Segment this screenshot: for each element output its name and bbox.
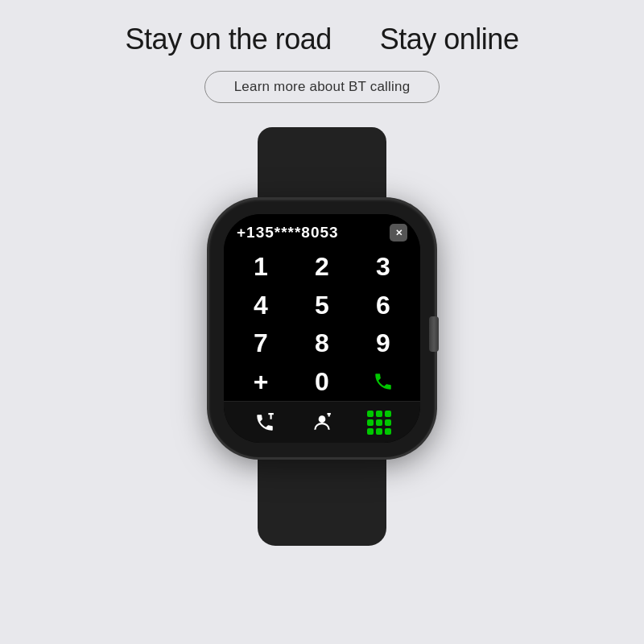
header-section: Stay on the road Stay online (0, 0, 644, 56)
backspace-button[interactable]: ✕ (390, 224, 407, 242)
contacts-icon (312, 412, 332, 433)
contacts-nav[interactable] (306, 408, 338, 437)
key-4[interactable]: 4 (230, 287, 291, 325)
backspace-icon: ✕ (395, 228, 402, 238)
recent-calls-icon (254, 412, 275, 433)
key-9[interactable]: 9 (353, 324, 414, 363)
key-3[interactable]: 3 (353, 248, 414, 287)
key-5[interactable]: 5 (291, 287, 353, 325)
keypad-grid: 1 2 3 4 5 6 7 8 9 + 0 (224, 248, 420, 401)
key-8[interactable]: 8 (291, 324, 353, 363)
watch-container: +135****8053 ✕ 1 2 3 4 5 6 7 8 9 + (185, 127, 459, 546)
grid-icon (367, 411, 391, 435)
call-icon (373, 371, 394, 392)
recent-calls-nav[interactable] (249, 408, 281, 437)
watch-body: +135****8053 ✕ 1 2 3 4 5 6 7 8 9 + (209, 200, 435, 457)
phone-number-display: +135****8053 (237, 224, 339, 242)
watch-crown[interactable] (429, 316, 439, 352)
watch-screen: +135****8053 ✕ 1 2 3 4 5 6 7 8 9 + (224, 214, 420, 443)
key-1[interactable]: 1 (230, 248, 291, 287)
key-plus[interactable]: + (230, 363, 291, 402)
key-0[interactable]: 0 (291, 363, 353, 402)
subtitle-pill[interactable]: Learn more about BT calling (204, 71, 440, 103)
key-6[interactable]: 6 (353, 287, 414, 325)
keypad-nav[interactable] (363, 408, 395, 437)
call-button[interactable] (353, 363, 414, 402)
key-2[interactable]: 2 (291, 248, 353, 287)
tagline-left: Stay on the road (126, 23, 332, 56)
bottom-nav (224, 401, 420, 443)
phone-number-row: +135****8053 ✕ (224, 214, 420, 248)
svg-point-2 (319, 415, 326, 423)
tagline-right: Stay online (380, 23, 519, 56)
key-7[interactable]: 7 (230, 324, 291, 363)
